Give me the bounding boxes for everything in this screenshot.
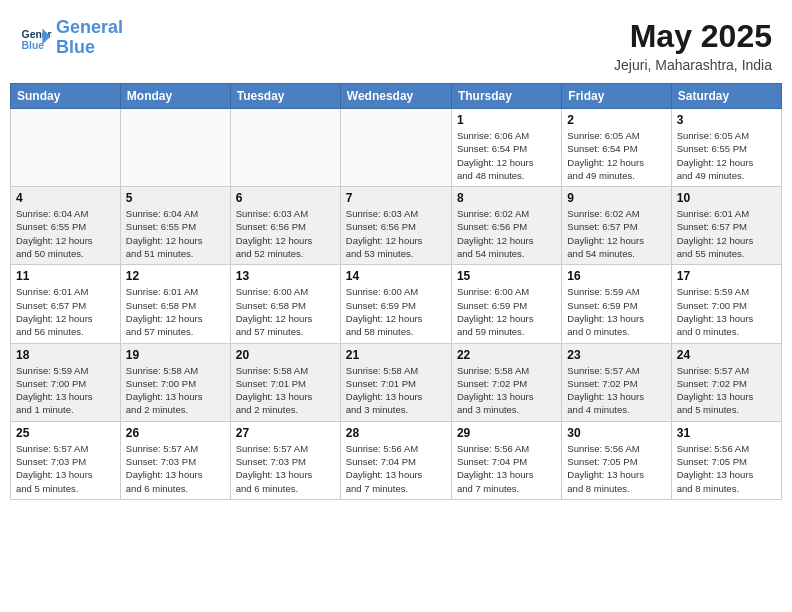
calendar-day-cell: 19Sunrise: 5:58 AM Sunset: 7:00 PM Dayli… [120,343,230,421]
calendar-day-cell: 8Sunrise: 6:02 AM Sunset: 6:56 PM Daylig… [451,187,561,265]
day-number: 24 [677,348,776,362]
day-info: Sunrise: 6:04 AM Sunset: 6:55 PM Dayligh… [126,207,225,260]
calendar-day-cell: 2Sunrise: 6:05 AM Sunset: 6:54 PM Daylig… [562,109,671,187]
day-info: Sunrise: 6:00 AM Sunset: 6:59 PM Dayligh… [346,285,446,338]
day-info: Sunrise: 6:05 AM Sunset: 6:55 PM Dayligh… [677,129,776,182]
day-number: 17 [677,269,776,283]
day-number: 18 [16,348,115,362]
day-number: 26 [126,426,225,440]
logo-icon: General Blue [20,22,52,54]
day-number: 21 [346,348,446,362]
calendar-day-cell [340,109,451,187]
weekday-friday: Friday [562,84,671,109]
day-info: Sunrise: 6:00 AM Sunset: 6:58 PM Dayligh… [236,285,335,338]
day-info: Sunrise: 5:56 AM Sunset: 7:05 PM Dayligh… [677,442,776,495]
day-number: 11 [16,269,115,283]
day-info: Sunrise: 6:01 AM Sunset: 6:57 PM Dayligh… [677,207,776,260]
day-info: Sunrise: 5:56 AM Sunset: 7:04 PM Dayligh… [346,442,446,495]
weekday-header-row: SundayMondayTuesdayWednesdayThursdayFrid… [11,84,782,109]
day-info: Sunrise: 5:59 AM Sunset: 7:00 PM Dayligh… [16,364,115,417]
weekday-saturday: Saturday [671,84,781,109]
day-info: Sunrise: 6:02 AM Sunset: 6:56 PM Dayligh… [457,207,556,260]
weekday-tuesday: Tuesday [230,84,340,109]
calendar-day-cell [120,109,230,187]
day-info: Sunrise: 5:56 AM Sunset: 7:05 PM Dayligh… [567,442,665,495]
calendar-day-cell: 10Sunrise: 6:01 AM Sunset: 6:57 PM Dayli… [671,187,781,265]
calendar-day-cell: 30Sunrise: 5:56 AM Sunset: 7:05 PM Dayli… [562,421,671,499]
day-info: Sunrise: 6:03 AM Sunset: 6:56 PM Dayligh… [346,207,446,260]
logo-text: GeneralBlue [56,18,123,58]
day-info: Sunrise: 6:05 AM Sunset: 6:54 PM Dayligh… [567,129,665,182]
calendar-day-cell: 21Sunrise: 5:58 AM Sunset: 7:01 PM Dayli… [340,343,451,421]
title-area: May 2025 Jejuri, Maharashtra, India [614,18,772,73]
calendar-day-cell: 6Sunrise: 6:03 AM Sunset: 6:56 PM Daylig… [230,187,340,265]
calendar-day-cell: 31Sunrise: 5:56 AM Sunset: 7:05 PM Dayli… [671,421,781,499]
day-number: 6 [236,191,335,205]
day-number: 10 [677,191,776,205]
day-number: 30 [567,426,665,440]
calendar-day-cell: 15Sunrise: 6:00 AM Sunset: 6:59 PM Dayli… [451,265,561,343]
day-number: 5 [126,191,225,205]
day-info: Sunrise: 5:58 AM Sunset: 7:01 PM Dayligh… [346,364,446,417]
day-number: 3 [677,113,776,127]
day-number: 31 [677,426,776,440]
day-info: Sunrise: 5:57 AM Sunset: 7:03 PM Dayligh… [126,442,225,495]
calendar-day-cell: 12Sunrise: 6:01 AM Sunset: 6:58 PM Dayli… [120,265,230,343]
header: General Blue GeneralBlue May 2025 Jejuri… [10,10,782,79]
calendar-day-cell: 3Sunrise: 6:05 AM Sunset: 6:55 PM Daylig… [671,109,781,187]
calendar-day-cell: 28Sunrise: 5:56 AM Sunset: 7:04 PM Dayli… [340,421,451,499]
calendar-day-cell: 16Sunrise: 5:59 AM Sunset: 6:59 PM Dayli… [562,265,671,343]
calendar-week-row: 25Sunrise: 5:57 AM Sunset: 7:03 PM Dayli… [11,421,782,499]
weekday-thursday: Thursday [451,84,561,109]
weekday-wednesday: Wednesday [340,84,451,109]
day-info: Sunrise: 6:01 AM Sunset: 6:58 PM Dayligh… [126,285,225,338]
calendar-week-row: 11Sunrise: 6:01 AM Sunset: 6:57 PM Dayli… [11,265,782,343]
calendar-day-cell: 1Sunrise: 6:06 AM Sunset: 6:54 PM Daylig… [451,109,561,187]
calendar-day-cell [11,109,121,187]
day-number: 1 [457,113,556,127]
calendar-day-cell: 13Sunrise: 6:00 AM Sunset: 6:58 PM Dayli… [230,265,340,343]
day-number: 9 [567,191,665,205]
svg-text:Blue: Blue [22,40,45,51]
day-info: Sunrise: 6:01 AM Sunset: 6:57 PM Dayligh… [16,285,115,338]
day-number: 20 [236,348,335,362]
calendar-day-cell: 11Sunrise: 6:01 AM Sunset: 6:57 PM Dayli… [11,265,121,343]
day-info: Sunrise: 5:57 AM Sunset: 7:03 PM Dayligh… [16,442,115,495]
calendar-week-row: 4Sunrise: 6:04 AM Sunset: 6:55 PM Daylig… [11,187,782,265]
calendar-day-cell: 5Sunrise: 6:04 AM Sunset: 6:55 PM Daylig… [120,187,230,265]
day-number: 25 [16,426,115,440]
calendar-week-row: 1Sunrise: 6:06 AM Sunset: 6:54 PM Daylig… [11,109,782,187]
day-number: 28 [346,426,446,440]
day-number: 16 [567,269,665,283]
calendar-day-cell: 20Sunrise: 5:58 AM Sunset: 7:01 PM Dayli… [230,343,340,421]
day-info: Sunrise: 6:02 AM Sunset: 6:57 PM Dayligh… [567,207,665,260]
day-number: 4 [16,191,115,205]
day-number: 13 [236,269,335,283]
day-info: Sunrise: 5:57 AM Sunset: 7:02 PM Dayligh… [567,364,665,417]
calendar-day-cell: 22Sunrise: 5:58 AM Sunset: 7:02 PM Dayli… [451,343,561,421]
calendar-day-cell: 27Sunrise: 5:57 AM Sunset: 7:03 PM Dayli… [230,421,340,499]
calendar-day-cell: 29Sunrise: 5:56 AM Sunset: 7:04 PM Dayli… [451,421,561,499]
weekday-monday: Monday [120,84,230,109]
day-number: 2 [567,113,665,127]
day-info: Sunrise: 5:58 AM Sunset: 7:01 PM Dayligh… [236,364,335,417]
calendar-day-cell: 17Sunrise: 5:59 AM Sunset: 7:00 PM Dayli… [671,265,781,343]
subtitle: Jejuri, Maharashtra, India [614,57,772,73]
calendar-day-cell: 14Sunrise: 6:00 AM Sunset: 6:59 PM Dayli… [340,265,451,343]
calendar-day-cell: 9Sunrise: 6:02 AM Sunset: 6:57 PM Daylig… [562,187,671,265]
day-info: Sunrise: 5:58 AM Sunset: 7:02 PM Dayligh… [457,364,556,417]
day-info: Sunrise: 5:59 AM Sunset: 6:59 PM Dayligh… [567,285,665,338]
day-number: 14 [346,269,446,283]
calendar-day-cell: 7Sunrise: 6:03 AM Sunset: 6:56 PM Daylig… [340,187,451,265]
logo: General Blue GeneralBlue [20,18,123,58]
day-number: 27 [236,426,335,440]
day-number: 7 [346,191,446,205]
day-number: 29 [457,426,556,440]
day-info: Sunrise: 6:06 AM Sunset: 6:54 PM Dayligh… [457,129,556,182]
day-info: Sunrise: 5:56 AM Sunset: 7:04 PM Dayligh… [457,442,556,495]
day-number: 15 [457,269,556,283]
day-info: Sunrise: 5:58 AM Sunset: 7:00 PM Dayligh… [126,364,225,417]
day-info: Sunrise: 6:00 AM Sunset: 6:59 PM Dayligh… [457,285,556,338]
calendar: SundayMondayTuesdayWednesdayThursdayFrid… [10,83,782,500]
day-info: Sunrise: 5:57 AM Sunset: 7:03 PM Dayligh… [236,442,335,495]
